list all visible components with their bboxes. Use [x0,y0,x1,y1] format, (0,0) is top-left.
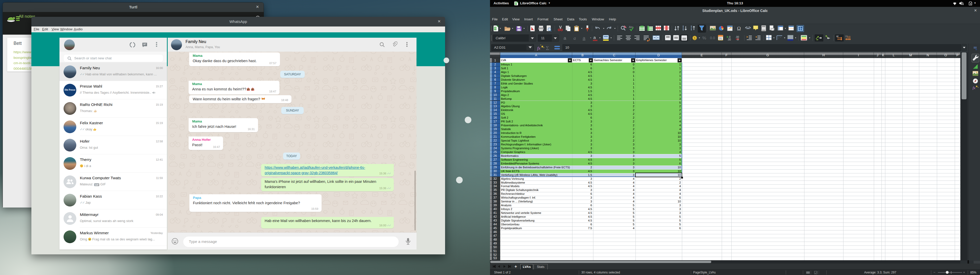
svg-text:fx: fx [973,86,975,90]
